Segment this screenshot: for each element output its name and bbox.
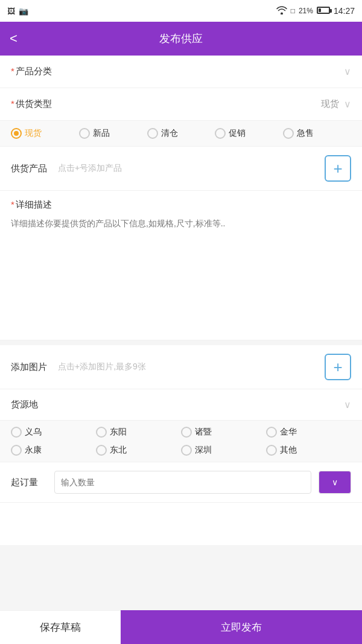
bottom-bar: 保存草稿 立即发布 bbox=[0, 610, 362, 644]
supply-product-row: 供货产品 点击+号添加产品 + bbox=[0, 147, 362, 191]
radio-xinpin-circle bbox=[79, 128, 90, 139]
publish-button[interactable]: 立即发布 bbox=[121, 610, 362, 644]
description-label: *详细描述 bbox=[11, 199, 351, 211]
supply-type-radio-row: 现货 新品 清仓 促销 急售 bbox=[0, 121, 362, 147]
image-icon: 🖼 bbox=[7, 7, 15, 16]
radio-cuxiao[interactable]: 促销 bbox=[215, 128, 283, 139]
chevron-down-icon: ∨ bbox=[344, 66, 351, 77]
status-right: □ 21% 14:27 bbox=[276, 6, 355, 16]
qty-dropdown-button[interactable]: ∨ bbox=[319, 471, 351, 494]
source-zhupian-circle bbox=[181, 427, 192, 438]
wifi-icon bbox=[276, 6, 287, 16]
source-options-grid: 义乌 东阳 诸暨 金华 永康 东北 深圳 其他 bbox=[0, 421, 362, 462]
radio-xianhuo-circle bbox=[11, 128, 22, 139]
source-other[interactable]: 其他 bbox=[266, 445, 351, 456]
add-image-hint: 点击+添加图片,最多9张 bbox=[53, 362, 325, 372]
source-shenzhen[interactable]: 深圳 bbox=[181, 445, 266, 456]
radio-jishou-circle bbox=[283, 128, 294, 139]
description-textarea[interactable] bbox=[11, 217, 351, 289]
source-yiwu-label: 义乌 bbox=[25, 427, 42, 438]
source-shenzhen-circle bbox=[181, 445, 192, 456]
product-category-row[interactable]: *产品分类 ∨ bbox=[0, 56, 362, 88]
radio-xianhuo-label: 现货 bbox=[25, 128, 42, 139]
source-yongkang-label: 永康 bbox=[25, 445, 42, 456]
photo-icon: 📷 bbox=[19, 7, 28, 16]
source-jinhua-circle bbox=[266, 427, 277, 438]
plus-icon: + bbox=[333, 159, 342, 178]
source-dongyang-label: 东阳 bbox=[110, 427, 127, 438]
save-draft-button[interactable]: 保存草稿 bbox=[0, 610, 121, 644]
radio-cuxiao-circle bbox=[215, 128, 226, 139]
source-yiwu[interactable]: 义乌 bbox=[11, 427, 96, 438]
source-label: 货源地 bbox=[11, 399, 339, 410]
source-jinhua-label: 金华 bbox=[280, 427, 297, 438]
source-dongyang[interactable]: 东阳 bbox=[96, 427, 181, 438]
source-dongyang-circle bbox=[96, 427, 107, 438]
radio-cuxiao-label: 促销 bbox=[229, 128, 246, 139]
chevron-down-icon-2: ∨ bbox=[344, 98, 351, 110]
qty-row: 起订量 ∨ bbox=[0, 462, 362, 503]
status-bar: 🖼 📷 □ 21% 14:27 bbox=[0, 0, 362, 22]
chevron-down-icon-4: ∨ bbox=[332, 477, 338, 487]
source-yiwu-circle bbox=[11, 427, 22, 438]
source-zhupian[interactable]: 诸暨 bbox=[181, 427, 266, 438]
supply-type-label: *供货类型 bbox=[11, 98, 52, 110]
battery-icon bbox=[317, 7, 330, 16]
status-icons: 🖼 📷 bbox=[7, 7, 28, 16]
supply-product-label: 供货产品 bbox=[11, 163, 53, 174]
form-content: *产品分类 ∨ *供货类型 现货 ∨ 现货 新品 清仓 促销 急 bbox=[0, 56, 362, 545]
time: 14:27 bbox=[334, 6, 355, 16]
source-yongkang[interactable]: 永康 bbox=[11, 445, 96, 456]
qty-input[interactable] bbox=[54, 471, 311, 494]
radio-qingcang-circle bbox=[147, 128, 158, 139]
bottom-spacer bbox=[0, 503, 362, 545]
radio-xinpin[interactable]: 新品 bbox=[79, 128, 147, 139]
plus-icon-2: + bbox=[333, 358, 342, 377]
supply-product-hint: 点击+号添加产品 bbox=[53, 163, 325, 174]
radio-jishou[interactable]: 急售 bbox=[283, 128, 351, 139]
radio-xinpin-label: 新品 bbox=[93, 128, 110, 139]
desc-spacer bbox=[11, 292, 351, 340]
radio-jishou-label: 急售 bbox=[297, 128, 314, 139]
radio-xianhuo[interactable]: 现货 bbox=[11, 128, 79, 139]
add-image-button[interactable]: + bbox=[325, 354, 351, 380]
battery-text: 21% bbox=[299, 7, 313, 15]
source-row[interactable]: 货源地 ∨ bbox=[0, 389, 362, 421]
header: < 发布供应 bbox=[0, 22, 362, 56]
source-zhupian-label: 诸暨 bbox=[195, 427, 212, 438]
page-title: 发布供应 bbox=[0, 31, 362, 46]
description-section: *详细描述 bbox=[0, 191, 362, 340]
source-dongbei-label: 东北 bbox=[110, 445, 127, 456]
add-image-row: 添加图片 点击+添加图片,最多9张 + bbox=[0, 340, 362, 389]
add-product-button[interactable]: + bbox=[325, 155, 351, 182]
product-category-label: *产品分类 bbox=[11, 66, 52, 77]
radio-qingcang-label: 清仓 bbox=[161, 128, 178, 139]
screen-icon: □ bbox=[291, 7, 295, 15]
source-other-label: 其他 bbox=[280, 445, 297, 456]
supply-type-value: 现货 bbox=[52, 98, 339, 110]
back-button[interactable]: < bbox=[10, 31, 29, 46]
source-yongkang-circle bbox=[11, 445, 22, 456]
add-image-label: 添加图片 bbox=[11, 362, 53, 373]
source-dongbei[interactable]: 东北 bbox=[96, 445, 181, 456]
chevron-down-icon-3: ∨ bbox=[344, 399, 351, 410]
radio-qingcang[interactable]: 清仓 bbox=[147, 128, 215, 139]
qty-label: 起订量 bbox=[11, 477, 47, 488]
source-other-circle bbox=[266, 445, 277, 456]
supply-type-row[interactable]: *供货类型 现货 ∨ bbox=[0, 88, 362, 121]
source-jinhua[interactable]: 金华 bbox=[266, 427, 351, 438]
source-shenzhen-label: 深圳 bbox=[195, 445, 212, 456]
source-dongbei-circle bbox=[96, 445, 107, 456]
